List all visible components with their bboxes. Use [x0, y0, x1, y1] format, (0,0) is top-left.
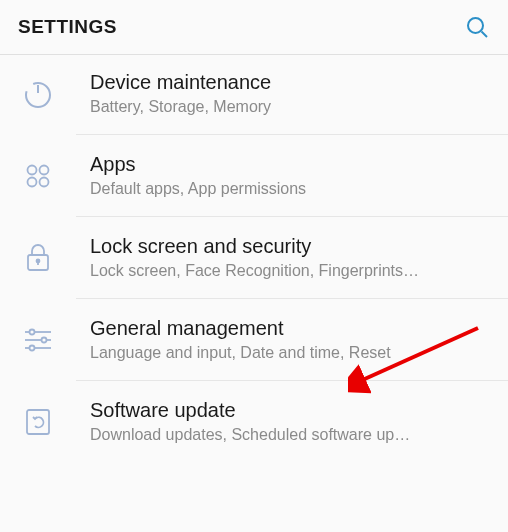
list-item-general-management[interactable]: General management Language and input, D…: [0, 299, 508, 381]
svg-point-16: [30, 346, 35, 351]
item-title: Device maintenance: [90, 71, 494, 94]
svg-point-7: [40, 178, 49, 187]
page-title: SETTINGS: [18, 16, 117, 38]
item-title: Lock screen and security: [90, 235, 494, 258]
item-content: Apps Default apps, App permissions: [76, 135, 508, 217]
item-subtitle: Download updates, Scheduled software up…: [90, 426, 494, 444]
svg-point-6: [28, 178, 37, 187]
item-subtitle: Default apps, App permissions: [90, 180, 494, 198]
list-item-device-maintenance[interactable]: Device maintenance Battery, Storage, Mem…: [0, 55, 508, 135]
header: SETTINGS: [0, 0, 508, 55]
svg-point-4: [28, 166, 37, 175]
settings-list: Device maintenance Battery, Storage, Mem…: [0, 55, 508, 462]
svg-point-14: [42, 338, 47, 343]
item-content: Device maintenance Battery, Storage, Mem…: [76, 55, 508, 135]
device-maintenance-icon: [0, 79, 76, 111]
list-item-lock-screen-security[interactable]: Lock screen and security Lock screen, Fa…: [0, 217, 508, 299]
item-subtitle: Language and input, Date and time, Reset: [90, 344, 494, 362]
item-title: General management: [90, 317, 494, 340]
list-item-software-update[interactable]: Software update Download updates, Schedu…: [0, 381, 508, 462]
item-subtitle: Lock screen, Face Recognition, Fingerpri…: [90, 262, 494, 280]
svg-point-12: [30, 330, 35, 335]
item-subtitle: Battery, Storage, Memory: [90, 98, 494, 116]
svg-line-1: [482, 32, 488, 38]
item-content: Software update Download updates, Schedu…: [76, 381, 508, 462]
sliders-icon: [0, 326, 76, 354]
svg-point-5: [40, 166, 49, 175]
svg-rect-17: [27, 410, 49, 434]
svg-point-0: [468, 18, 483, 33]
item-title: Apps: [90, 153, 494, 176]
list-item-apps[interactable]: Apps Default apps, App permissions: [0, 135, 508, 217]
item-title: Software update: [90, 399, 494, 422]
apps-icon: [0, 161, 76, 191]
item-content: Lock screen and security Lock screen, Fa…: [76, 217, 508, 299]
software-update-icon: [0, 407, 76, 437]
item-content: General management Language and input, D…: [76, 299, 508, 381]
lock-icon: [0, 243, 76, 273]
search-icon[interactable]: [464, 14, 490, 40]
